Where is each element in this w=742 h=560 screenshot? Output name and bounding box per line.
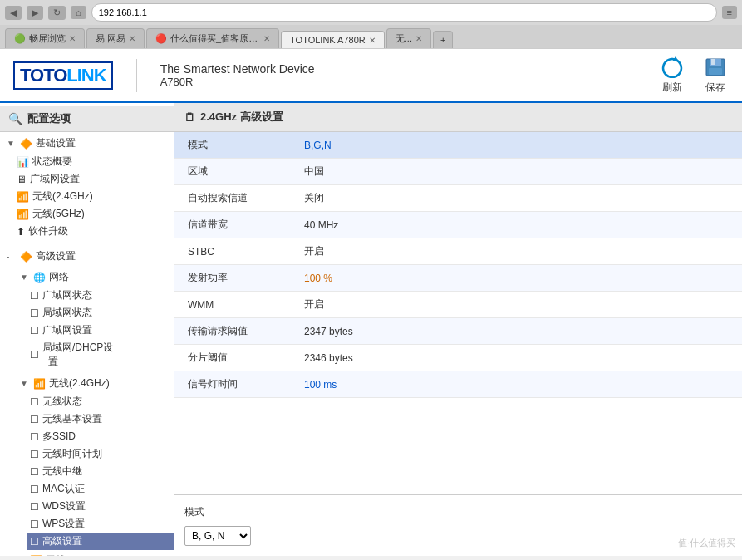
sidebar-item-wireless-schedule[interactable]: ☐ 无线时间计划 — [27, 445, 174, 463]
leaf-label: 广域网设置 — [30, 172, 80, 186]
logo-area: TOTO LINK — [13, 61, 113, 90]
sidebar-item-wds[interactable]: ☐ WDS设置 — [27, 498, 174, 515]
checkbox-icon: ☐ — [30, 290, 39, 302]
edit-section-label: 模式 — [184, 505, 732, 519]
back-button[interactable]: ◀ — [5, 6, 22, 20]
leaf-icon: ⬆ — [17, 226, 25, 238]
setting-row-bandwidth: 信道带宽 40 MHz — [174, 212, 742, 238]
save-button[interactable]: 保存 — [702, 56, 729, 95]
tree-network-label[interactable]: ▼ 🌐 网络 — [13, 268, 174, 287]
setting-label: 信号灯时间 — [174, 371, 291, 398]
tab-new[interactable]: 无... ✕ — [386, 28, 431, 48]
checkbox-icon: ☐ — [30, 307, 39, 319]
expand-icon: ▼ — [20, 273, 30, 282]
tab-smzdm[interactable]: 🔴 什么值得买_值客原创 | 开箱晒... ✕ — [146, 28, 279, 48]
tree-basic-children: 📊 状态概要 🖥 广域网设置 📶 无线(2.4GHz) 📶 无线(5GHz) — [0, 153, 174, 240]
refresh-label: 刷新 — [662, 81, 682, 95]
sidebar-item-wan[interactable]: 🖥 广域网设置 — [13, 170, 174, 188]
save-label: 保存 — [705, 81, 725, 95]
setting-value-bandwidth: 40 MHz — [291, 212, 742, 238]
tab-totolink[interactable]: TOTOLINK A780R ✕ — [281, 31, 385, 48]
header-divider — [136, 59, 137, 92]
tab-screensaver[interactable]: 🟢 畅屏浏览 ✕ — [5, 28, 85, 48]
sidebar-item-dhcp[interactable]: ☐ 局域网/DHCP设 置 — [27, 339, 174, 371]
expand-icon: ▼ — [7, 139, 17, 148]
setting-value-region: 中国 — [291, 159, 742, 185]
sidebar-item-wan-settings[interactable]: ☐ 广域网设置 — [27, 322, 174, 339]
tree-wireless24-label[interactable]: ▼ 📶 无线(2.4GHz) — [13, 374, 174, 393]
checkbox-icon: ☐ — [30, 501, 39, 513]
sidebar-item-wireless-basic[interactable]: ☐ 无线基本设置 — [27, 410, 174, 428]
mode-select[interactable]: B, G, N B only G only N only B,G G,N — [184, 526, 251, 546]
address-bar[interactable] — [91, 3, 717, 22]
main-layout: 🔍 配置选项 ▼ 🔶 基础设置 📊 状态概要 🖥 广域网 — [0, 103, 742, 556]
sidebar-header: 🔍 配置选项 — [0, 106, 174, 132]
tab-netease[interactable]: 易 网易 ✕ — [86, 28, 145, 48]
header-actions: 刷新 保存 — [659, 56, 729, 95]
leaf-label: 无线状态 — [42, 395, 82, 409]
sidebar-item-advanced-settings[interactable]: ☐ 高级设置 — [27, 533, 174, 550]
sidebar-item-multi-ssid[interactable]: ☐ 多SSID — [27, 428, 174, 445]
refresh-icon — [659, 56, 685, 79]
setting-label: 分片阈值 — [174, 345, 291, 371]
content-wrapper: 🗒 2.4GHz 高级设置 模式 B,G,N 区域 中国 — [174, 103, 742, 556]
search-icon: 🔍 — [8, 112, 22, 125]
tab-close[interactable]: ✕ — [263, 34, 270, 43]
setting-row-stbc: STBC 开启 — [174, 238, 742, 265]
logo-box: TOTO LINK — [13, 61, 113, 90]
setting-label: 区域 — [174, 159, 291, 185]
sidebar-item-wireless-relay[interactable]: ☐ 无线中继 — [27, 463, 174, 480]
refresh-button[interactable]: 刷新 — [659, 56, 685, 95]
checkbox-icon: ☐ — [30, 536, 39, 548]
router-header: TOTO LINK The Smartest Network Device A7… — [0, 49, 742, 103]
sidebar-item-status[interactable]: 📊 状态概要 — [13, 153, 174, 170]
sidebar-item-wireless24[interactable]: 📶 无线(2.4GHz) — [13, 188, 174, 205]
checkbox-icon: ☐ — [30, 466, 39, 478]
checkbox-icon: ☐ — [30, 518, 39, 530]
folder-icon: 📶 — [30, 555, 42, 557]
refresh-nav-button[interactable]: ↻ — [48, 6, 66, 20]
setting-row-wmm: WMM 开启 — [174, 292, 742, 318]
forward-button[interactable]: ▶ — [27, 6, 43, 20]
tree-advanced-label[interactable]: - 🔶 高级设置 — [0, 247, 174, 266]
tree-advanced-children: ▼ 🌐 网络 ☐ 广域网状态 ☐ 局域网状态 — [0, 266, 174, 556]
section-header: 🗒 2.4GHz 高级设置 — [174, 103, 742, 132]
folder-icon: 🌐 — [33, 272, 46, 283]
sidebar-item-lan-status[interactable]: ☐ 局域网状态 — [27, 304, 174, 322]
leaf-icon: 📊 — [17, 156, 29, 168]
menu-button[interactable]: ≡ — [722, 6, 737, 19]
sidebar-item-wps[interactable]: ☐ WPS设置 — [27, 515, 174, 533]
setting-value-stbc: 开启 — [291, 238, 742, 265]
tree-basic-settings-label[interactable]: ▼ 🔶 基础设置 — [0, 134, 174, 153]
logo-toto: TOTO — [20, 65, 66, 86]
sidebar-item-wireless5-group[interactable]: + 📶 无线(5GHz) — [13, 552, 174, 556]
tab-close[interactable]: ✕ — [415, 34, 422, 43]
tab-close[interactable]: ✕ — [69, 34, 76, 43]
leaf-label: 无线基本设置 — [42, 412, 102, 426]
leaf-label: 无线(5GHz) — [46, 553, 98, 556]
leaf-label: 局域网/DHCP设 置 — [42, 341, 113, 369]
sidebar-item-wan-status[interactable]: ☐ 广域网状态 — [27, 287, 174, 304]
setting-value-frag: 2346 bytes — [291, 345, 742, 371]
leaf-label: 状态概要 — [32, 155, 72, 169]
tab-close[interactable]: ✕ — [129, 34, 135, 43]
expand-icon: - — [7, 252, 17, 261]
leaf-label: 软件升级 — [28, 224, 68, 238]
tab-label: 畅屏浏览 — [29, 32, 66, 45]
folder-icon: 🔶 — [20, 251, 32, 263]
home-button[interactable]: ⌂ — [71, 6, 86, 19]
sidebar-title: 配置选项 — [27, 111, 71, 126]
sidebar-item-wireless5[interactable]: 📶 无线(5GHz) — [13, 205, 174, 223]
sidebar: 🔍 配置选项 ▼ 🔶 基础设置 📊 状态概要 🖥 广域网 — [0, 103, 174, 556]
tree-network: ▼ 🌐 网络 ☐ 广域网状态 ☐ 局域网状态 — [13, 266, 174, 372]
leaf-label: 多SSID — [42, 430, 76, 444]
new-tab-button[interactable]: + — [433, 31, 453, 48]
tab-close[interactable]: ✕ — [369, 36, 376, 45]
sidebar-item-mac-auth[interactable]: ☐ MAC认证 — [27, 480, 174, 498]
setting-row-mode: 模式 B,G,N — [174, 132, 742, 159]
tabs-bar: 🟢 畅屏浏览 ✕ 易 网易 ✕ 🔴 什么值得买_值客原创 | 开箱晒... ✕ … — [0, 25, 742, 48]
browser-toolbar: ◀ ▶ ↻ ⌂ ≡ — [0, 0, 742, 25]
leaf-icon: 📶 — [17, 209, 29, 220]
sidebar-item-upgrade[interactable]: ⬆ 软件升级 — [13, 223, 174, 240]
sidebar-item-wireless-status[interactable]: ☐ 无线状态 — [27, 393, 174, 410]
